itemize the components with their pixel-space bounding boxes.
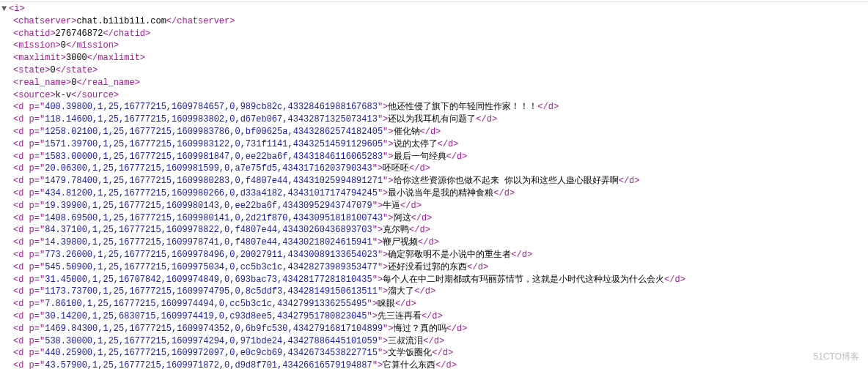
danmaku-line: <d p="19.39900,1,25,16777215,1609980143,… [13, 200, 868, 212]
danmaku-line: <d p="1258.02100,1,25,16777215,160998378… [13, 126, 868, 138]
collapse-toggle-icon[interactable]: ▼ [1, 3, 9, 15]
danmaku-line: <d p="538.30000,1,25,16777215,1609974294… [13, 335, 868, 348]
xml-root-open[interactable]: ▼<i> [0, 3, 868, 15]
danmaku-line: <d p="84.37100,1,25,16777215,1609978822,… [13, 224, 868, 236]
danmaku-line: <d p="434.81200,1,25,16777215,1609980266… [13, 187, 868, 200]
danmaku-line: <d p="773.26000,1,25,16777215,1609978496… [13, 249, 868, 261]
maxlimit-line: <maxlimit>3000</maxlimit> [13, 52, 868, 64]
danmaku-line: <d p="20.06300,1,25,16777215,1609981599,… [13, 163, 868, 175]
danmaku-line: <d p="1469.84300,1,25,16777215,160997435… [13, 323, 868, 335]
danmaku-line: <d p="7.86100,1,25,16777215,1609974494,0… [13, 298, 868, 310]
xml-children: <chatserver>chat.bilibili.com</chatserve… [0, 15, 868, 369]
danmaku-line: <d p="118.14600,1,25,16777215,1609983802… [13, 113, 868, 126]
danmaku-line: <d p="1571.39700,1,25,16777215,160998312… [13, 138, 868, 151]
chatid-line: <chatid>276746872</chatid> [13, 28, 868, 40]
danmaku-line: <d p="545.50900,1,25,16777215,1609975034… [13, 261, 868, 274]
danmaku-line: <d p="1583.00000,1,25,16777215,160998184… [13, 151, 868, 163]
source-line: <source>k-v</source> [13, 89, 868, 102]
danmaku-line: <d p="14.39800,1,25,16777215,1609978741,… [13, 236, 868, 249]
mission-line: <mission>0</mission> [13, 40, 868, 52]
chatserver-line: <chatserver>chat.bilibili.com</chatserve… [13, 15, 868, 28]
state-line: <state>0</state> [13, 64, 868, 77]
watermark: 51CTO博客 [814, 351, 859, 363]
danmaku-line: <d p="440.25900,1,25,16777215,1609972097… [13, 347, 868, 359]
danmaku-line: <d p="31.45000,1,25,16707842,1609974849,… [13, 274, 868, 286]
danmaku-line: <d p="1479.78400,1,25,16777215,160998028… [13, 175, 868, 187]
danmaku-line: <d p="400.39800,1,25,16777215,1609784657… [13, 101, 868, 113]
danmaku-line: <d p="1408.69500,1,25,16777215,160998014… [13, 212, 868, 225]
danmaku-line: <d p="1173.73700,1,25,16777215,160997479… [13, 286, 868, 298]
real_name-line: <real_name>0</real_name> [13, 77, 868, 89]
danmaku-line: <d p="43.57900,1,25,16777215,1609971872,… [13, 359, 868, 369]
danmaku-line: <d p="30.14200,1,25,6830715,1609974419,0… [13, 310, 868, 323]
